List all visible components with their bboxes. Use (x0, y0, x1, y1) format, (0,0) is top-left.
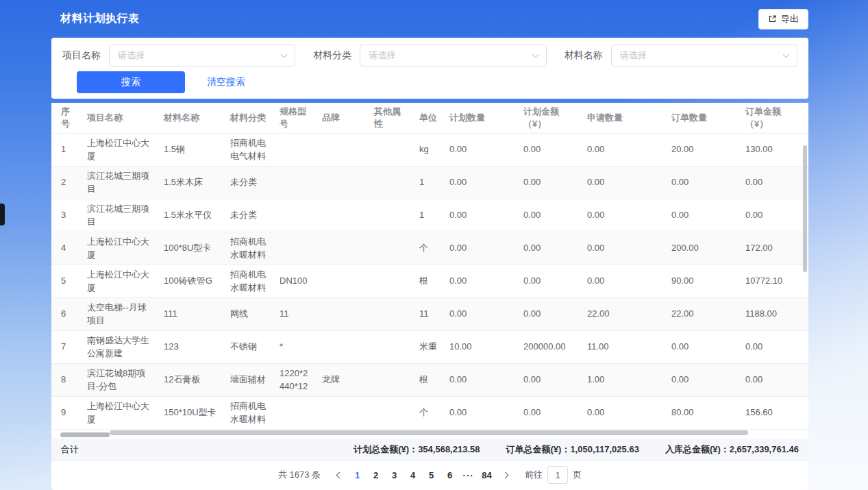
table-cell: * (274, 331, 317, 364)
table-cell: 根 (414, 265, 444, 298)
column-header: 规格型号 (274, 103, 317, 134)
table-cell: 5 (51, 265, 82, 298)
table-cell: 22.00 (582, 298, 666, 331)
fixed-column-scrollbar-thumb[interactable] (60, 432, 110, 437)
table-cell: 0.00 (444, 232, 518, 265)
table-cell: 上海松江中心大厦 (82, 232, 158, 265)
search-button[interactable]: 搜索 (77, 71, 185, 93)
materials-table: 序号项目名称材料名称材料分类规格型号品牌其他属性单位计划数量计划金额（¥）申请数… (51, 103, 808, 430)
table-cell (317, 134, 369, 167)
table-cell: 个 (414, 397, 444, 430)
planned-total-amount: 计划总金额(¥)：354,568,213.58 (354, 443, 480, 456)
table-cell: 1 (51, 134, 82, 167)
table-cell (317, 265, 369, 298)
table-cell: 0.00 (518, 364, 582, 397)
column-header: 订单金额（¥） (740, 103, 808, 134)
table-cell: 南钢盛达大学生公寓新建 (82, 331, 158, 364)
column-header: 材料分类 (225, 103, 274, 134)
table-cell: 0.00 (666, 199, 740, 232)
page-jump-input[interactable] (547, 466, 568, 484)
vertical-scrollbar-thumb[interactable] (803, 145, 807, 272)
order-total-amount: 订单总金额(¥)：1,050,117,025.63 (506, 443, 639, 456)
table-cell: 龙牌 (317, 364, 369, 397)
filter-group-category: 材料分类 请选择 (313, 45, 546, 66)
export-button[interactable]: 导出 (758, 9, 808, 29)
table-cell (317, 298, 369, 331)
column-header: 单位 (414, 103, 444, 134)
chevron-left-icon (336, 471, 343, 478)
table-cell: 0.00 (518, 265, 582, 298)
table-cell: 10772.10 (740, 265, 808, 298)
clear-search-link[interactable]: 清空搜索 (207, 76, 245, 88)
table-cell: 9 (51, 397, 82, 430)
table-cell: 0.00 (666, 167, 740, 199)
material-category-placeholder: 请选择 (369, 49, 395, 62)
table-cell: 0.00 (666, 331, 740, 364)
table-cell (274, 232, 317, 265)
column-header: 序号 (51, 103, 82, 134)
page-button[interactable]: 3 (385, 466, 404, 484)
horizontal-scrollbar-thumb[interactable] (110, 430, 748, 435)
table-cell: 10.00 (444, 331, 518, 364)
table-cell: 未分类 (225, 199, 274, 232)
page-ellipsis[interactable]: ··· (459, 470, 478, 480)
table-cell (369, 265, 414, 298)
table-cell: 1 (414, 167, 444, 199)
table-cell: 6 (51, 298, 82, 331)
filter-group-project: 项目名称 请选择 (62, 45, 295, 66)
page-title: 材料计划执行表 (60, 12, 140, 26)
page-number-list: 123456···84 (348, 466, 496, 484)
material-category-select[interactable]: 请选择 (360, 45, 546, 66)
page-button[interactable]: 6 (441, 466, 459, 484)
export-label: 导出 (781, 13, 799, 25)
page-button[interactable]: 84 (478, 466, 496, 484)
page-button[interactable]: 4 (404, 466, 422, 484)
table-row: 1上海松江中心大厦1.5钢招商机电电气材料kg0.000.000.0020.00… (51, 134, 808, 167)
material-category-label: 材料分类 (313, 49, 351, 62)
filter-panel: 项目名称 请选择 材料分类 请选择 材料名称 请选择 搜索 清空搜索 (51, 38, 808, 99)
column-header: 材料名称 (158, 103, 225, 134)
table-cell: 0.00 (444, 199, 518, 232)
table-cell: 2 (51, 167, 82, 199)
export-icon (768, 14, 777, 23)
material-name-select[interactable]: 请选择 (611, 45, 797, 66)
table-cell: 11 (274, 298, 317, 331)
prev-page-button[interactable] (330, 466, 348, 484)
table-cell: 1 (414, 199, 444, 232)
table-cell: 1188.00 (740, 298, 808, 331)
table-cell: 1.5米木床 (158, 167, 225, 199)
table-cell: 0.00 (740, 331, 808, 364)
table-cell (369, 298, 414, 331)
page-button[interactable]: 2 (367, 466, 385, 484)
table-cell: 123 (158, 331, 225, 364)
inbound-total-amount: 入库总金额(¥)：2,657,339,761.46 (665, 443, 799, 456)
table-cell: 22.00 (666, 298, 740, 331)
column-header: 订单数量 (666, 103, 740, 134)
table-cell: 上海松江中心大厦 (82, 397, 158, 430)
table-cell: 0.00 (518, 199, 582, 232)
table-cell (369, 134, 414, 167)
table-cell (369, 167, 414, 199)
table-cell: 墙面辅材 (225, 364, 274, 397)
filter-group-material: 材料名称 请选择 (565, 45, 797, 66)
table-cell (369, 397, 414, 430)
data-table-panel: 序号项目名称材料名称材料分类规格型号品牌其他属性单位计划数量计划金额（¥）申请数… (51, 103, 808, 490)
table-cell: 0.00 (518, 397, 582, 430)
table-cell: 滨江花城三期项目 (82, 167, 158, 199)
table-cell: DN100 (274, 265, 317, 298)
page-button[interactable]: 1 (348, 466, 367, 484)
table-cell: 招商机电水暖材料 (225, 265, 274, 298)
table-cell: 200000.00 (518, 331, 582, 364)
project-name-select[interactable]: 请选择 (109, 45, 295, 66)
side-drawer-handle[interactable] (0, 204, 5, 225)
next-page-button[interactable] (496, 466, 514, 484)
topbar: 材料计划执行表 导出 (0, 0, 868, 38)
table-cell: 0.00 (518, 134, 582, 167)
table-cell: 80.00 (666, 397, 740, 430)
summary-totals: 计划总金额(¥)：354,568,213.58 订单总金额(¥)：1,050,1… (354, 443, 799, 456)
table-cell: 米重 (414, 331, 444, 364)
table-cell: 根 (414, 364, 444, 397)
table-cell: 太空电梯--月球项目 (82, 298, 158, 331)
page-button[interactable]: 5 (422, 466, 441, 484)
table-cell: 0.00 (740, 364, 808, 397)
